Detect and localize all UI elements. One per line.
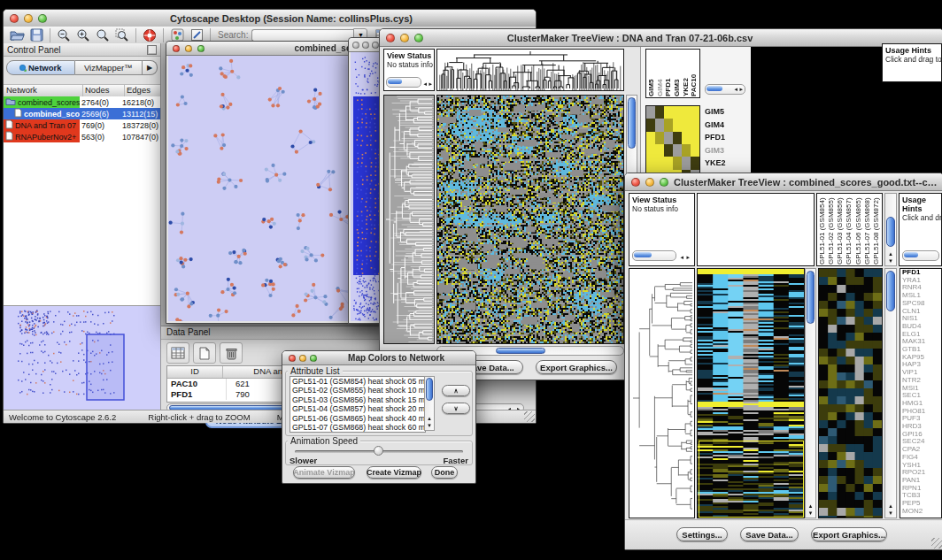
zoom-window-icon[interactable] xyxy=(414,34,423,42)
treeview1-title: ClusterMaker TreeView : DNA and Tran 07-… xyxy=(423,33,837,43)
network-table-row[interactable]: combined_scores2764(0)16218(0) xyxy=(4,96,160,108)
treeview1-summary-matrix[interactable] xyxy=(645,105,700,183)
attribute-list-scrollbar[interactable]: ▴▾ xyxy=(424,376,435,431)
treeview2-heatmap-vscrollbar[interactable]: ▴▾ xyxy=(805,268,816,518)
treeview1-summary-row-labels: GIM5GIM4PFD1GIM3YKE2PAC10 xyxy=(705,105,745,183)
zoom-in-icon[interactable] xyxy=(73,27,93,43)
treeview2-view-status: View Status No status info ◂▸ xyxy=(629,193,695,266)
close-icon[interactable] xyxy=(173,45,180,52)
window-controls[interactable] xyxy=(10,14,47,23)
zoom-window-icon[interactable] xyxy=(310,355,317,362)
summary-matrix-cell xyxy=(691,119,699,131)
attribute-list-item[interactable]: GPL51-02 (GSM855) heat shock 10 min xyxy=(292,386,425,395)
help-lifesaver-icon[interactable] xyxy=(140,27,159,43)
tab-vizmapper[interactable]: VizMapper™ xyxy=(75,60,143,75)
resize-grip[interactable] xyxy=(524,411,535,422)
summary-matrix-cell xyxy=(646,157,655,169)
treeview1-row-dendrogram[interactable] xyxy=(383,95,435,344)
attribute-list-item[interactable]: GPL51-06 (GSM865) heat shock 40 min xyxy=(292,414,425,423)
summary-matrix-cell xyxy=(664,157,673,169)
new-doc-icon[interactable] xyxy=(193,342,216,364)
done-button[interactable]: Done xyxy=(431,466,458,479)
treeview1-summary-hscrollbar[interactable]: ◂▸ xyxy=(705,84,745,95)
search-input[interactable] xyxy=(251,29,353,42)
minimize-icon[interactable] xyxy=(645,178,654,187)
open-folder-icon[interactable] xyxy=(7,27,27,43)
zoom-out-icon[interactable] xyxy=(54,27,73,43)
treeview1-heatmap[interactable] xyxy=(436,95,624,344)
treeview2-bottom-bar: Settings...Save Data...Export Graphics..… xyxy=(625,519,942,549)
trash-icon[interactable] xyxy=(220,342,243,364)
network-table-row[interactable]: RNAPuberNov2+563(0)107847(0) xyxy=(4,131,160,142)
treeview1-column-dendrogram[interactable] xyxy=(436,49,624,91)
minimize-icon[interactable] xyxy=(24,14,33,23)
network-table-row[interactable]: DNA and Tran 07769(0)183728(0) xyxy=(4,119,160,131)
float-panel-icon[interactable] xyxy=(147,45,157,55)
zoom-window-icon[interactable] xyxy=(38,14,47,23)
minimize-icon[interactable] xyxy=(185,45,192,52)
network-table-header[interactable]: Network Nodes Edges xyxy=(4,84,160,97)
move-down-button[interactable]: ∨ xyxy=(442,403,470,414)
treeview2-column-labels: GPL51-01 (GSM854)GPL51-02 (GSM855)GPL51-… xyxy=(816,193,883,266)
treeview2-top-vscrollbar[interactable]: ▴▾ xyxy=(884,193,897,266)
attribute-list-item[interactable]: GPL51-01 (GSM854) heat shock 05 min xyxy=(292,377,425,386)
network-overview-pane[interactable] xyxy=(4,306,160,410)
tab-network[interactable]: Network xyxy=(6,60,75,75)
minimize-icon[interactable] xyxy=(400,34,409,42)
attribute-list-item[interactable]: GPL51-07 (GSM868) heat shock 60 min xyxy=(292,423,425,432)
summary-row-label: GIM4 xyxy=(705,119,745,132)
treeview2-zoom-vscrollbar[interactable]: ▴▾ xyxy=(884,268,897,518)
zoom-selected-icon[interactable] xyxy=(112,27,132,43)
animation-speed-slider[interactable] xyxy=(295,450,463,453)
minimize-icon[interactable] xyxy=(299,355,306,362)
animation-speed-label: Animation Speed xyxy=(288,436,360,446)
treeview2-heatmap[interactable] xyxy=(697,268,805,518)
treeview2-gene-list[interactable]: PFD1YRA1RNR4MSL1SPC98CLN1NIS1BUD4ELG1MAK… xyxy=(900,268,942,518)
column-label: GPL51-06 (GSM865) xyxy=(854,195,863,265)
close-icon[interactable] xyxy=(10,14,19,23)
close-icon[interactable] xyxy=(386,34,395,42)
export-graphics-button[interactable]: Export Graphics... xyxy=(536,360,617,374)
save-icon[interactable] xyxy=(27,27,46,43)
main-window-title: Cytoscape Desktop (Session Name: collins… xyxy=(47,13,536,24)
treeview2-column-dendrogram[interactable] xyxy=(697,193,815,266)
settings-button[interactable]: Settings... xyxy=(676,527,728,541)
summary-matrix-cell xyxy=(673,157,682,169)
view-status-scrollbar[interactable] xyxy=(386,77,421,88)
slider-thumb[interactable] xyxy=(374,446,383,456)
export-graphics-button[interactable]: Export Graphics... xyxy=(811,527,887,541)
dialog-titlebar[interactable]: Map Colors to Network xyxy=(282,351,475,365)
toolbar-separator xyxy=(135,28,136,42)
column-label: GPL51-07 (GSM868) xyxy=(863,195,872,265)
summary-column-label: PFD1 xyxy=(664,50,673,96)
attribute-list-label: Attribute List xyxy=(288,366,343,376)
create-vizmap-button[interactable]: Create Vizmap xyxy=(367,466,421,479)
treeview1-titlebar[interactable]: ClusterMaker TreeView : DNA and Tran 07-… xyxy=(380,29,942,47)
summary-matrix-cell xyxy=(673,144,682,157)
close-icon[interactable] xyxy=(631,178,640,187)
move-up-button[interactable]: ∧ xyxy=(442,385,470,396)
main-titlebar[interactable]: Cytoscape Desktop (Session Name: collins… xyxy=(4,10,536,27)
close-icon[interactable] xyxy=(289,355,296,362)
view-status-scrollbar[interactable] xyxy=(632,250,676,261)
column-label: GPL51-08 (GSM872) xyxy=(872,195,881,265)
summary-matrix-cell xyxy=(682,157,691,169)
zoom-window-icon[interactable] xyxy=(197,45,205,52)
treeview2-row-dendrogram[interactable] xyxy=(629,268,695,518)
treeview1-view-status: View Status No status info f ◂▸ xyxy=(383,49,435,91)
treeview2-zoom-heatmap[interactable] xyxy=(818,268,883,518)
zoom-fit-icon[interactable] xyxy=(93,27,112,43)
zoom-window-icon[interactable] xyxy=(660,178,668,187)
save-data-button[interactable]: Save Data... xyxy=(740,527,799,541)
attribute-list-item[interactable]: GPL51-04 (GSM857) heat shock 20 min xyxy=(292,404,425,413)
treeview2-titlebar[interactable]: ClusterMaker TreeView : combined_scores_… xyxy=(625,173,942,191)
table-icon[interactable] xyxy=(166,342,189,364)
attribute-list[interactable]: GPL51-01 (GSM854) heat shock 05 minGPL51… xyxy=(290,376,426,433)
treeview1-summary-column-labels: GIM5GIM4PFD1GIM3YKE2PAC10 xyxy=(645,49,700,98)
gene-label[interactable]: MON2 xyxy=(902,508,941,516)
tab-overflow-arrow[interactable]: ▶ xyxy=(143,60,158,75)
resize-grip[interactable] xyxy=(931,538,942,548)
summary-matrix-cell xyxy=(655,144,664,157)
network-table-row[interactable]: combined_sco2569(6)13112(15) xyxy=(4,108,160,119)
attribute-list-item[interactable]: GPL51-03 (GSM856) heat shock 15 min xyxy=(292,395,425,404)
